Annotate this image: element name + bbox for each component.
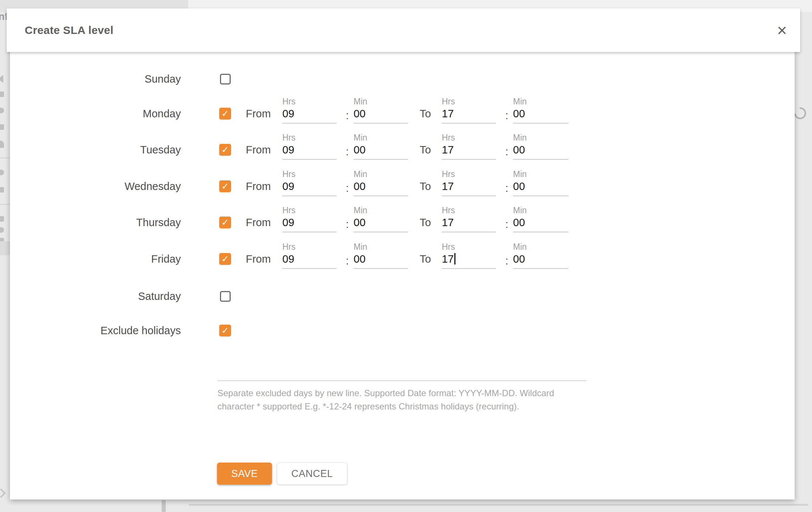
hrs-label: Hrs xyxy=(442,205,496,215)
to-hours-input[interactable]: 17 xyxy=(442,143,496,160)
text-cursor xyxy=(454,253,455,264)
from-minutes-input[interactable]: 00 xyxy=(354,179,408,196)
excluded-days-textarea[interactable] xyxy=(217,352,586,381)
from-hours-input[interactable]: 09 xyxy=(282,179,337,196)
friday-checkbox[interactable]: ✓ xyxy=(219,253,231,265)
from-hours-input[interactable]: 09 xyxy=(282,215,337,232)
from-minutes-input[interactable]: 00 xyxy=(354,215,408,232)
checkmark-icon: ✓ xyxy=(221,145,229,154)
to-label: To xyxy=(420,131,431,169)
schedule-row-friday: Friday ✓ From Hrs 09 : Min 00 To Hrs 17 … xyxy=(10,240,795,278)
day-label-thursday: Thursday xyxy=(10,204,181,241)
checkmark-icon: ✓ xyxy=(221,182,229,191)
from-hours-input[interactable]: 09 xyxy=(282,252,337,269)
checkmark-icon: ✓ xyxy=(221,326,229,335)
time-colon: : xyxy=(343,182,351,194)
schedule-row-sunday: Sunday xyxy=(10,60,795,98)
schedule-row-wednesday: Wednesday ✓ From Hrs 09 : Min 00 To Hrs … xyxy=(10,167,795,205)
from-minutes-input[interactable]: 00 xyxy=(354,252,408,269)
sunday-checkbox[interactable] xyxy=(220,74,231,84)
from-label: From xyxy=(246,131,271,169)
time-colon: : xyxy=(503,110,511,122)
to-hours-field: Hrs 17 xyxy=(442,133,496,160)
checkmark-icon: ✓ xyxy=(221,109,229,118)
background-sidebar-icon xyxy=(0,170,4,175)
from-minutes-field: Min 00 xyxy=(354,169,408,196)
to-hours-input-focused[interactable]: 17 xyxy=(442,252,496,269)
to-hours-input[interactable]: 17 xyxy=(442,107,496,124)
to-minutes-input[interactable]: 00 xyxy=(513,179,568,196)
day-label-sunday: Sunday xyxy=(10,60,181,98)
to-minutes-input[interactable]: 00 xyxy=(513,252,568,269)
from-hours-field: Hrs 09 xyxy=(282,242,337,269)
cancel-button[interactable]: CANCEL xyxy=(277,463,347,485)
to-hours-input[interactable]: 17 xyxy=(442,215,496,232)
schedule-row-monday: Monday ✓ From Hrs 09 : Min 00 To Hrs 17 … xyxy=(10,95,795,132)
from-label: From xyxy=(246,204,271,241)
min-label: Min xyxy=(354,97,408,107)
checkmark-icon: ✓ xyxy=(221,218,229,227)
background-divider xyxy=(189,504,808,506)
thursday-checkbox[interactable]: ✓ xyxy=(219,217,231,228)
from-hours-input[interactable]: 09 xyxy=(282,143,337,160)
to-label: To xyxy=(420,95,431,132)
monday-checkbox[interactable]: ✓ xyxy=(219,108,231,120)
hrs-label: Hrs xyxy=(282,205,337,215)
tuesday-checkbox[interactable]: ✓ xyxy=(219,144,231,156)
from-label: From xyxy=(246,240,271,278)
from-minutes-field: Min 00 xyxy=(354,133,408,160)
from-label: From xyxy=(246,95,271,132)
time-colon: : xyxy=(503,182,511,194)
time-colon: : xyxy=(503,255,511,267)
from-minutes-input[interactable]: 00 xyxy=(354,143,408,160)
from-hours-input[interactable]: 09 xyxy=(282,107,337,124)
to-label: To xyxy=(420,204,431,241)
to-minutes-field: Min 00 xyxy=(513,205,568,232)
to-label: To xyxy=(420,240,431,278)
min-label: Min xyxy=(354,242,408,252)
background-sidebar-icon xyxy=(0,91,4,97)
exclude-holidays-checkbox[interactable]: ✓ xyxy=(219,325,231,336)
to-minutes-input[interactable]: 00 xyxy=(513,215,568,232)
hrs-label: Hrs xyxy=(442,97,496,107)
from-minutes-field: Min 00 xyxy=(354,205,408,232)
background-sidebar-icon xyxy=(0,124,4,130)
close-icon[interactable]: × xyxy=(777,22,787,39)
to-label: To xyxy=(420,167,431,205)
min-label: Min xyxy=(354,133,408,143)
min-label: Min xyxy=(513,205,568,215)
to-hours-field: Hrs 17 xyxy=(442,205,496,232)
min-label: Min xyxy=(513,133,568,143)
background-sidebar-icon xyxy=(0,216,4,222)
dialog-title: Create SLA level xyxy=(25,24,113,37)
from-minutes-field: Min 00 xyxy=(354,97,408,124)
from-minutes-field: Min 00 xyxy=(354,242,408,269)
checkmark-icon: ✓ xyxy=(221,255,229,263)
exclude-holidays-row: Exclude holidays ✓ xyxy=(10,312,795,349)
to-hours-field: Hrs 17 xyxy=(442,169,496,196)
to-minutes-field: Min 00 xyxy=(513,97,568,124)
to-minutes-field: Min 00 xyxy=(513,169,568,196)
save-button[interactable]: SAVE xyxy=(217,463,272,485)
from-minutes-input[interactable]: 00 xyxy=(354,107,408,124)
to-hours-input[interactable]: 17 xyxy=(442,179,496,196)
saturday-checkbox[interactable] xyxy=(220,291,231,302)
background-chevron-icon xyxy=(0,488,6,498)
background-divider xyxy=(0,158,10,158)
hrs-label: Hrs xyxy=(282,242,337,252)
to-minutes-input[interactable]: 00 xyxy=(513,107,568,124)
background-sidebar-icon xyxy=(0,187,4,193)
background-divider xyxy=(0,204,10,205)
wednesday-checkbox[interactable]: ✓ xyxy=(219,180,231,192)
background-sidebar-icon xyxy=(0,108,4,113)
exclude-holidays-label: Exclude holidays xyxy=(10,312,181,349)
day-label-monday: Monday xyxy=(10,95,181,132)
time-colon: : xyxy=(503,146,511,158)
schedule-row-tuesday: Tuesday ✓ From Hrs 09 : Min 00 To Hrs 17… xyxy=(10,131,795,169)
hrs-label: Hrs xyxy=(442,169,496,179)
time-colon: : xyxy=(503,218,511,231)
background-sidebar-icon xyxy=(0,141,4,148)
to-minutes-input[interactable]: 00 xyxy=(513,143,568,160)
dialog-header: Create SLA level × xyxy=(7,8,800,52)
from-hours-field: Hrs 09 xyxy=(282,133,337,160)
